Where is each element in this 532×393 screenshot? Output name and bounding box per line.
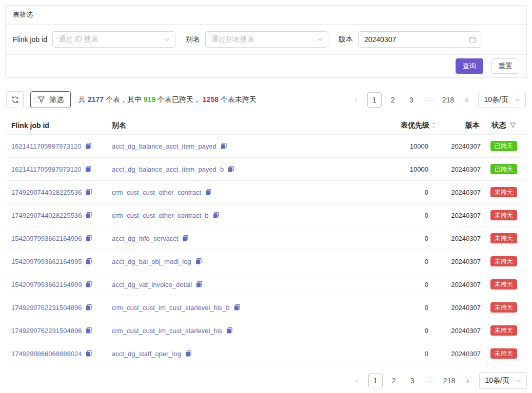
alias-select[interactable]: 通过别名搜索 — [205, 31, 328, 48]
pagination-page-last[interactable]: 218 — [442, 373, 457, 388]
copy-icon[interactable] — [220, 142, 227, 150]
copy-icon[interactable] — [85, 142, 92, 150]
sort-icon[interactable] — [431, 121, 437, 129]
calendar-icon — [469, 36, 476, 43]
status-cell: 未跨天 — [481, 233, 527, 243]
copy-icon[interactable] — [85, 189, 92, 196]
copy-icon[interactable] — [226, 327, 233, 334]
alias-link[interactable]: crm_cust_cust_other_contract_b — [112, 212, 209, 219]
flink-job-id-link[interactable]: 1749290762231504896 — [11, 304, 82, 312]
table-row: 1749290866069889024 acct_dg_staff_oper_l… — [5, 342, 527, 365]
version-value: 20240307 — [437, 212, 481, 219]
copy-icon[interactable] — [85, 258, 92, 265]
alias-link[interactable]: acct_dg_balance_acct_item_payed — [112, 142, 216, 150]
pagination-page-2[interactable]: 2 — [387, 373, 401, 388]
flink-job-id-link[interactable]: 1542097993662164999 — [11, 281, 82, 288]
pagination-next-button[interactable]: › — [461, 373, 475, 388]
toolbar: 筛选 共 2177 个表，其中 919 个表已跨天， 1258 个表未跨天 ‹ … — [6, 91, 526, 108]
alias-link[interactable]: acct_dg_balance_acct_item_payed_b — [112, 166, 224, 173]
version-value: 20240307 — [437, 327, 481, 335]
copy-icon[interactable] — [85, 350, 92, 357]
flink-job-id-link[interactable]: 1749290744028225536 — [11, 189, 82, 196]
pagination-top: ‹ 1 2 3 ··· 218 › 10条/页 — [345, 92, 526, 108]
copy-icon[interactable] — [195, 281, 203, 288]
pagination-page-1[interactable]: 1 — [367, 92, 382, 108]
reset-button[interactable]: 重置 — [491, 58, 519, 74]
column-header-alias[interactable]: 别名 — [106, 121, 349, 130]
pagination-next-button[interactable]: › — [460, 92, 474, 108]
status-badge: 未跨天 — [490, 302, 517, 313]
copy-icon[interactable] — [233, 304, 241, 311]
flink-job-id-field: Flink job id 通过 ID 搜索 — [13, 31, 175, 48]
copy-icon[interactable] — [182, 235, 189, 242]
version-value: 20240307 — [437, 235, 481, 242]
pagination-page-3[interactable]: 3 — [404, 92, 419, 108]
filter-button[interactable]: 筛选 — [30, 91, 71, 108]
copy-icon[interactable] — [85, 327, 92, 334]
flink-job-id-link[interactable]: 1621411705987973120 — [11, 166, 81, 173]
table-row: 1621411705987973120 acct_dg_balance_acct… — [5, 158, 527, 181]
copy-icon[interactable] — [85, 235, 92, 242]
copy-icon[interactable] — [205, 189, 212, 196]
flink-job-id-select[interactable]: 通过 ID 搜索 — [52, 31, 175, 48]
alias-link[interactable]: acct_dg_bal_obj_modi_log — [112, 258, 191, 265]
page: 表筛选 Flink job id 通过 ID 搜索 别名 通过别名搜索 — [0, 0, 532, 393]
copy-icon[interactable] — [85, 304, 92, 311]
alias-cell: acct_dg_bal_obj_modi_log — [106, 258, 349, 265]
copy-icon[interactable] — [85, 281, 92, 288]
pagination-page-2[interactable]: 2 — [386, 92, 400, 108]
alias-link[interactable]: acct_dg_info_servacct — [112, 235, 178, 242]
status-cell: 未跨天 — [481, 325, 527, 336]
priority-value: 0 — [349, 304, 437, 312]
flink-job-id-link[interactable]: 1621411705987973120 — [11, 142, 81, 150]
alias-cell: crm_cust_cust_im_cust_starlevel_his_b — [106, 304, 349, 312]
copy-icon[interactable] — [85, 166, 92, 173]
status-badge: 已跨天 — [490, 141, 517, 151]
copy-icon[interactable] — [85, 212, 92, 219]
version-input[interactable] — [364, 35, 469, 44]
priority-value: 10000 — [349, 142, 437, 150]
pagination-page-1[interactable]: 1 — [368, 373, 383, 388]
table-row: 1542097993662164995 acct_dg_bal_obj_modi… — [5, 250, 527, 273]
copy-icon[interactable] — [185, 350, 192, 357]
version-label: 版本 — [339, 35, 353, 44]
alias-link[interactable]: crm_cust_cust_im_cust_starlevel_his_b — [112, 304, 230, 312]
alias-link[interactable]: crm_cust_cust_other_contract — [112, 189, 201, 196]
chevron-down-icon — [164, 36, 170, 43]
column-header-flink-job-id[interactable]: Flink job id — [5, 121, 106, 130]
pagination-prev-button[interactable]: ‹ — [350, 373, 364, 388]
flink-job-id-link[interactable]: 1749290866069889024 — [11, 350, 82, 358]
tables-table: Flink job id 别名 表优先级 版本 状态 1621411705987… — [5, 116, 527, 365]
copy-icon[interactable] — [195, 258, 202, 265]
funnel-icon — [37, 96, 45, 104]
status-cell: 未跨天 — [481, 279, 527, 289]
copy-icon[interactable] — [212, 212, 220, 219]
flink-job-id-label: Flink job id — [13, 35, 47, 44]
page-size-select[interactable]: 10条/页 — [478, 92, 526, 108]
alias-link[interactable]: crm_cust_cust_im_cust_starlevel_his — [112, 327, 222, 335]
refresh-button[interactable] — [6, 91, 24, 108]
refresh-icon — [11, 96, 19, 104]
page-size-select[interactable]: 10条/页 — [479, 373, 527, 389]
flink-job-id-link[interactable]: 1749290762231504896 — [11, 327, 82, 335]
pagination-ellipsis: ··· — [424, 373, 438, 388]
column-header-priority[interactable]: 表优先级 — [349, 121, 437, 130]
status-badge: 未跨天 — [490, 187, 517, 197]
flink-job-id-link[interactable]: 1542097993662164996 — [11, 235, 82, 242]
alias-cell: crm_cust_cust_other_contract — [106, 189, 349, 196]
version-date-picker[interactable] — [358, 31, 481, 48]
status-badge: 未跨天 — [490, 279, 517, 289]
alias-label: 别名 — [186, 35, 200, 44]
flink-job-id-link[interactable]: 1749290744028225536 — [11, 212, 82, 219]
pagination-page-last[interactable]: 218 — [441, 92, 456, 108]
alias-link[interactable]: acct_dg_staff_oper_log — [112, 350, 181, 358]
alias-link[interactable]: acct_dg_vat_invoice_detail — [112, 281, 192, 288]
query-button[interactable]: 查询 — [456, 58, 483, 74]
filter-funnel-icon[interactable] — [509, 122, 516, 129]
version-field: 版本 — [339, 31, 481, 48]
copy-icon[interactable] — [227, 166, 234, 173]
flink-job-id-link[interactable]: 1542097993662164995 — [11, 258, 82, 265]
pagination-page-3[interactable]: 3 — [405, 373, 420, 388]
flink-job-id-cell: 1749290762231504896 — [5, 327, 106, 335]
pagination-prev-button[interactable]: ‹ — [349, 92, 363, 108]
